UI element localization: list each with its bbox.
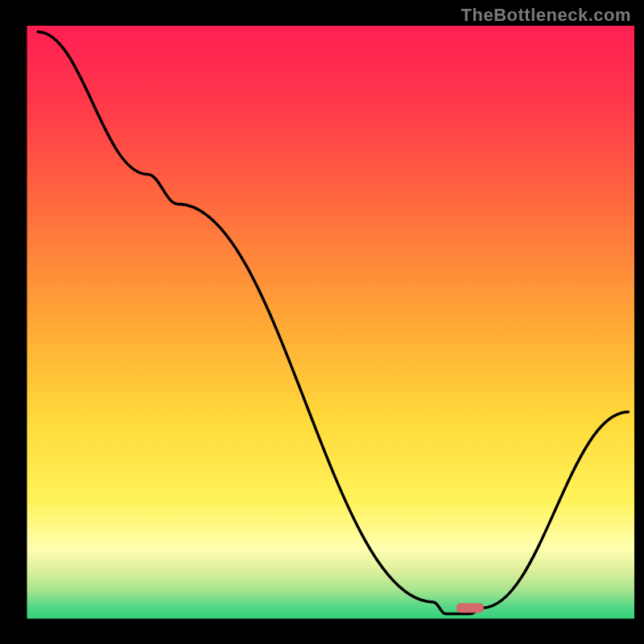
chart-frame: { "attribution": "TheBottleneck.com", "c…: [0, 0, 644, 644]
plot-background: [26, 26, 634, 620]
optimal-marker: [456, 603, 484, 613]
bottleneck-chart: [0, 0, 644, 644]
